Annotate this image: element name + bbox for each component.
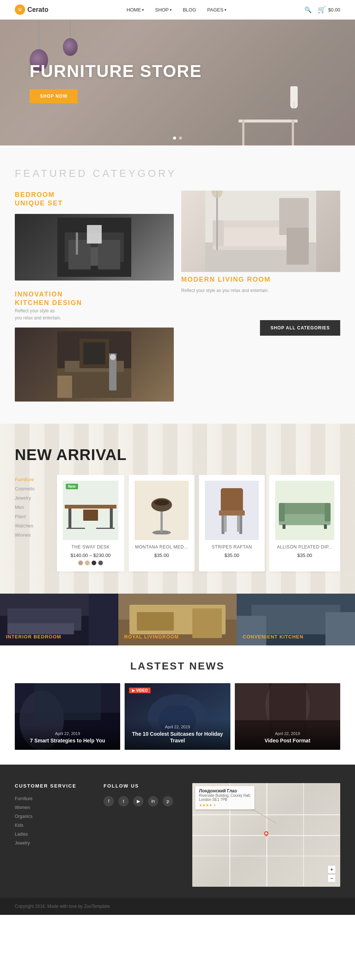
promo-banner-living[interactable]: ROYAL LIVINGROOM — [118, 593, 237, 646]
chair-svg — [213, 484, 250, 536]
map-zoom-out[interactable]: − — [328, 874, 336, 882]
map-label: Лондонский Глаз Riverside Building, Coun… — [195, 786, 254, 810]
product-name-chair: Stripes Raftan — [205, 544, 259, 550]
swatch-2[interactable] — [85, 560, 90, 565]
map-background: Лондонский Глаз Riverside Building, Coun… — [192, 783, 340, 887]
hero-dot-2[interactable] — [179, 137, 182, 140]
swatch-1[interactable] — [78, 560, 83, 565]
blog-category-2: ▶ VIDEO — [129, 687, 151, 693]
category-men[interactable]: Men — [15, 503, 48, 512]
nav-home[interactable]: HOME ▾ — [127, 7, 144, 13]
category-jewelry[interactable]: Jewelry — [15, 493, 48, 503]
svg-rect-53 — [89, 593, 118, 646]
kitchen-desc: Reflect your style as you relax and ente… — [15, 307, 174, 321]
header-actions: 🔍 🛒 $0.00 — [304, 6, 340, 14]
category-watches[interactable]: Watches — [15, 521, 48, 530]
new-arrival-section: NEW ARRIVAL Furniture Cosmetic Jewelry M… — [0, 424, 355, 593]
new-arrival-title: NEW ARRIVAL — [15, 446, 340, 464]
category-cosmetic[interactable]: Cosmetic — [15, 484, 48, 493]
promo-banner-kitchen[interactable]: CONVENIENT KITCHEN — [237, 593, 355, 646]
header: U Cerato HOME ▾ SHOP ▾ BLOG PAGES ▾ 🔍 🛒 … — [0, 0, 355, 20]
footer-bottom: Copyright 2016. Made with love by ZooTem… — [0, 898, 355, 915]
footer-link-organics[interactable]: Organics — [15, 814, 89, 819]
svg-rect-58 — [192, 608, 222, 638]
swatch-3[interactable] — [91, 560, 97, 565]
product-name-desk: The Sway Desk — [63, 544, 118, 550]
shop-all-container: SHOP ALL CATEGORIES — [181, 320, 340, 336]
product-name-sofa: Allison Pleated Dip... — [275, 544, 334, 550]
promo-banners: INTERIOR BEDROOM ROYAL LIVINGROOM CONVEN… — [0, 593, 355, 646]
nav-pages[interactable]: PAGES ▾ — [207, 7, 226, 13]
cart-total: $0.00 — [328, 7, 340, 13]
svg-rect-30 — [67, 528, 85, 529]
footer-content: CUSTOMER SERVICE Furniture Women Organic… — [0, 765, 355, 898]
svg-rect-24 — [216, 191, 218, 250]
category-furniture[interactable]: Furniture — [15, 475, 48, 484]
footer-link-women[interactable]: Women — [15, 805, 89, 810]
svg-point-15 — [110, 354, 116, 360]
blog-post-2[interactable]: April 22, 2019 The 10 Coolest Suitcases … — [125, 683, 230, 750]
footer-link-kids[interactable]: Kids — [15, 823, 89, 828]
blog-title-2: The 10 Coolest Suitcases for Holiday Tra… — [130, 730, 224, 744]
footer-map-container: Лондонский Глаз Riverside Building, Coun… — [192, 783, 340, 887]
sofa-svg — [275, 492, 334, 529]
featured-section-title: FEATURED CATEYGORY — [15, 168, 340, 180]
latest-news-section: LASTEST NEWS April 22, 2019 7 Smart Stra… — [0, 646, 355, 765]
color-swatches-desk — [63, 560, 118, 565]
blog-overlay-2: April 22, 2019 The 10 Coolest Suitcases … — [125, 719, 230, 750]
nav-blog[interactable]: BLOG — [183, 7, 196, 13]
hero-dot-1[interactable] — [173, 137, 176, 140]
footer-map[interactable]: Лондонский Глаз Riverside Building, Coun… — [192, 783, 340, 887]
cart-button[interactable]: 🛒 $0.00 — [318, 6, 340, 14]
product-price-chair: $35.00 — [205, 552, 259, 558]
search-icon[interactable]: 🔍 — [304, 6, 312, 13]
blog-post-3[interactable]: April 22, 2019 Video Post Format — [235, 683, 340, 750]
shop-all-categories-button[interactable]: SHOP ALL CATEGORIES — [260, 320, 340, 336]
map-address: Riverside Building, County Hall, London … — [199, 794, 251, 802]
blog-date-2: April 22, 2019 — [130, 725, 224, 729]
promo-label-bedroom: INTERIOR BEDROOM — [6, 634, 62, 640]
svg-point-36 — [154, 500, 169, 506]
blog-post-1[interactable]: April 22, 2019 7 Smart Strategies to Hel… — [15, 683, 120, 750]
svg-rect-48 — [324, 524, 327, 529]
nav-shop[interactable]: SHOP ▾ — [155, 7, 171, 13]
social-icons: f t ▶ in p — [103, 796, 178, 807]
footer-link-furniture[interactable]: Furniture — [15, 796, 89, 801]
footer-link-ladies[interactable]: Ladies — [15, 832, 89, 837]
pinterest-icon[interactable]: p — [163, 796, 173, 807]
facebook-icon[interactable]: f — [103, 796, 114, 807]
category-plant[interactable]: Plant — [15, 512, 48, 521]
linkedin-icon[interactable]: in — [148, 796, 158, 807]
svg-rect-26 — [287, 228, 309, 265]
category-winnes[interactable]: Winnes — [15, 530, 48, 539]
logo[interactable]: U Cerato — [15, 5, 48, 15]
footer-link-jewelry[interactable]: Jewelry — [15, 840, 89, 846]
product-badge-new: New — [66, 484, 78, 489]
promo-banner-bedroom[interactable]: INTERIOR BEDROOM — [0, 593, 118, 646]
svg-rect-38 — [219, 511, 245, 515]
hero-content: FURNITURE STORE SHOP NOW — [0, 40, 231, 126]
products-grid: New The Sway Desk $140.00 – $230.00 — [57, 475, 340, 571]
blog-date-1: April 22, 2019 — [21, 731, 114, 736]
follow-us-title: FOLLOW US — [103, 783, 178, 789]
map-stars: ★★★★★ — [199, 803, 251, 807]
featured-grid: BEDROOM UNIQUE SET INNOVATION KITCHEN DE… — [15, 191, 340, 401]
svg-rect-21 — [212, 220, 224, 246]
svg-rect-45 — [279, 503, 285, 522]
footer-customer-service: CUSTOMER SERVICE Furniture Women Organic… — [15, 783, 89, 887]
twitter-icon[interactable]: t — [118, 796, 129, 807]
swatch-4[interactable] — [98, 560, 103, 565]
product-card-chair: Stripes Raftan $35.00 — [199, 475, 265, 571]
svg-rect-42 — [237, 515, 240, 532]
bedroom-category-title: BEDROOM UNIQUE SET — [15, 191, 174, 208]
copyright-text: Copyright 2016. Made with love by ZooTem… — [15, 904, 110, 909]
shop-now-button[interactable]: SHOP NOW — [30, 89, 78, 103]
promo-label-living: ROYAL LIVINGROOM — [124, 634, 179, 640]
map-location-name: Лондонский Глаз — [199, 788, 251, 794]
blog-overlay-1: April 22, 2019 7 Smart Strategies to Hel… — [15, 725, 120, 750]
youtube-icon[interactable]: ▶ — [133, 796, 143, 807]
new-arrival-layout: Furniture Cosmetic Jewelry Men Plant Wat… — [15, 475, 340, 571]
map-zoom-in[interactable]: + — [328, 865, 336, 873]
chevron-down-icon: ▾ — [142, 8, 144, 12]
promo-label-kitchen: CONVENIENT KITCHEN — [242, 634, 304, 640]
